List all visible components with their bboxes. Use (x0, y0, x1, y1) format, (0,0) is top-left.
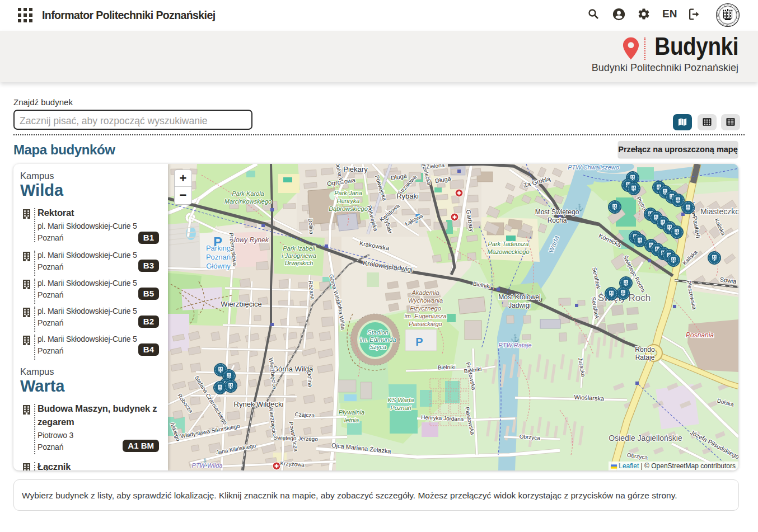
svg-text:Henryka: Henryka (337, 197, 360, 204)
svg-text:P: P (415, 336, 423, 348)
svg-text:im. Eugeniusza: im. Eugeniusza (404, 313, 446, 319)
svg-text:Szyca: Szyca (369, 343, 386, 350)
svg-text:Piaseckiego: Piaseckiego (409, 321, 442, 327)
svg-text:Akademia: Akademia (411, 289, 439, 296)
svg-text:Osiedle Jagiellońskie: Osiedle Jagiellońskie (609, 434, 682, 442)
svg-text:Rondo: Rondo (635, 346, 655, 354)
svg-text:Stadion: Stadion (367, 329, 388, 336)
svg-text:i Jarogniewa: i Jarogniewa (282, 252, 316, 259)
svg-text:letnia: letnia (344, 417, 359, 423)
svg-text:Posnania: Posnania (686, 331, 714, 339)
svg-text:Mazowieckiego: Mazowieckiego (487, 248, 529, 255)
svg-text:Wychowania: Wychowania (408, 297, 443, 304)
svg-text:KS Warta: KS Warta (388, 397, 414, 403)
svg-text:Most Świętego: Most Świętego (535, 208, 579, 216)
svg-text:Dąbrowskiego: Dąbrowskiego (329, 205, 368, 212)
svg-text:Rocha: Rocha (548, 216, 567, 224)
svg-text:Marcinkowskiego: Marcinkowskiego (224, 198, 272, 205)
svg-text:Piekary: Piekary (343, 165, 368, 173)
svg-text:Park Izabeli: Park Izabeli (283, 245, 315, 252)
svg-text:Park Tadeusza: Park Tadeusza (488, 241, 529, 247)
svg-text:Główny: Główny (206, 262, 231, 270)
svg-text:Park Jana: Park Jana (334, 190, 362, 196)
svg-text:Pływalnia: Pływalnia (339, 409, 364, 416)
svg-text:Drwęskich: Drwęskich (285, 260, 314, 266)
svg-text:Wierzbięcice: Wierzbięcice (221, 300, 262, 308)
svg-text:Rybaki: Rybaki (396, 192, 419, 200)
svg-text:Fizycznego: Fizycznego (410, 305, 441, 312)
svg-text:Poznań: Poznań (206, 253, 231, 261)
svg-text:Miasteczko: Miasteczko (700, 207, 738, 216)
svg-text:Most Królowej: Most Królowej (498, 293, 540, 301)
svg-text:Czajcza: Czajcza (294, 411, 315, 418)
svg-text:Jadwigi: Jadwigi (508, 302, 531, 309)
svg-text:Nowy Rynek: Nowy Rynek (231, 236, 269, 244)
svg-text:PTW Rataje: PTW Rataje (498, 342, 531, 349)
svg-text:Rataje: Rataje (635, 354, 655, 361)
svg-text:Bielniki: Bielniki (438, 364, 456, 370)
svg-text:PTW Chwaliszewo: PTW Chwaliszewo (568, 164, 619, 171)
svg-text:PTW Wilda: PTW Wilda (192, 462, 223, 469)
svg-text:Poznań: Poznań (390, 404, 411, 411)
svg-text:Parking: Parking (206, 244, 231, 252)
svg-text:Park Karola: Park Karola (232, 190, 264, 197)
svg-text:Rynek Wildecki: Rynek Wildecki (234, 400, 284, 408)
svg-text:im. Edmunda: im. Edmunda (360, 336, 396, 343)
